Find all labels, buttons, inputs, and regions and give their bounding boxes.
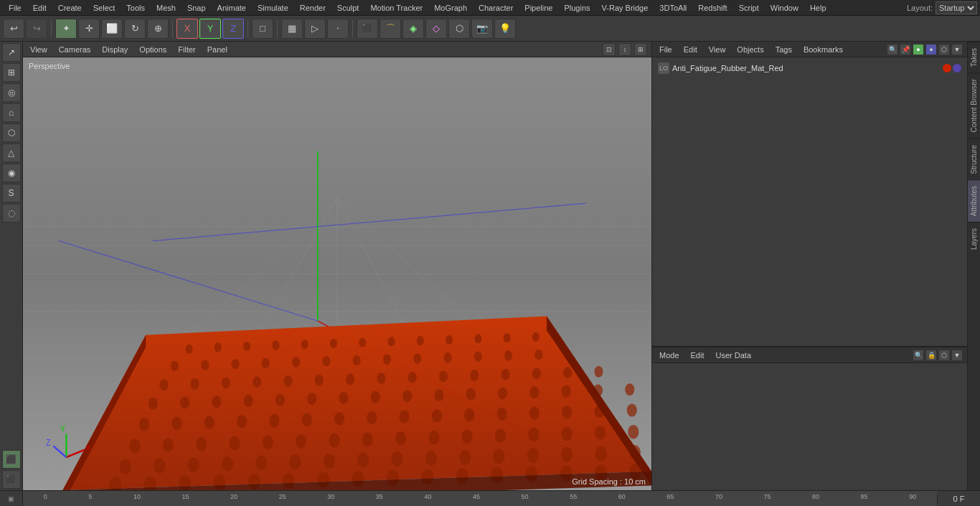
lt-btn-9[interactable]: ◌ <box>2 204 21 222</box>
nurbs-button[interactable]: ◈ <box>402 19 424 39</box>
render-project-button[interactable]: ⬝ <box>327 19 349 39</box>
vp-menu-options[interactable]: Options <box>136 44 169 55</box>
obj-expand-icon[interactable]: ⬡ <box>938 44 950 55</box>
menu-mograph[interactable]: MoGraph <box>428 2 473 14</box>
menu-snap[interactable]: Snap <box>182 2 212 14</box>
svg-point-84 <box>432 409 442 422</box>
menu-render[interactable]: Render <box>294 2 331 14</box>
obj-menu-file[interactable]: File <box>656 44 675 55</box>
vp-icon-1[interactable]: ⊡ <box>603 43 616 56</box>
lt-btn-2[interactable]: ⊞ <box>2 63 21 82</box>
scale-tool-button[interactable]: ⬜ <box>101 19 123 39</box>
menu-simulate[interactable]: Simulate <box>252 2 294 14</box>
attr-search-icon[interactable]: 🔍 <box>913 350 924 361</box>
object-mode-button[interactable]: □ <box>252 19 273 39</box>
layout-dropdown[interactable]: Startup <box>936 1 977 14</box>
field-button[interactable]: ⬡ <box>448 19 470 39</box>
lt-btn-8[interactable]: S <box>2 184 21 202</box>
obj-menu-objects[interactable]: Objects <box>734 44 766 55</box>
menu-animate[interactable]: Animate <box>212 2 252 14</box>
menu-edit[interactable]: Edit <box>27 2 52 14</box>
lt-btn-7[interactable]: ◉ <box>2 164 21 182</box>
svg-point-132 <box>421 469 433 485</box>
menu-help[interactable]: Help <box>804 2 832 14</box>
svg-point-81 <box>334 412 344 425</box>
menu-character[interactable]: Character <box>473 2 519 14</box>
vp-menu-panel[interactable]: Panel <box>204 44 230 55</box>
camera-button[interactable]: 📷 <box>471 19 493 39</box>
lt-btn-11[interactable]: ⬛ <box>2 470 21 489</box>
menu-script[interactable]: Script <box>733 2 765 14</box>
obj-search-icon[interactable]: 🔍 <box>887 44 898 55</box>
menu-file[interactable]: File <box>3 2 27 14</box>
attr-lock-icon[interactable]: 🔒 <box>925 350 937 361</box>
vp-menu-filter[interactable]: Filter <box>175 44 198 55</box>
vp-menu-cameras[interactable]: Cameras <box>56 44 94 55</box>
render-view-button[interactable]: ▷ <box>304 19 326 39</box>
undo-button[interactable]: ↩ <box>3 19 24 39</box>
svg-point-30 <box>532 332 540 342</box>
lt-btn-6[interactable]: △ <box>2 144 21 162</box>
vp-menu-view[interactable]: View <box>27 44 50 55</box>
svg-point-55 <box>501 369 510 380</box>
light-button[interactable]: 💡 <box>494 19 516 39</box>
lt-btn-3[interactable]: ◎ <box>2 83 21 102</box>
side-tab-layers[interactable]: Layers <box>968 222 980 256</box>
obj-pin-icon[interactable]: 📌 <box>900 44 911 55</box>
redo-button[interactable]: ↪ <box>26 19 47 39</box>
rotate-tool-button[interactable]: ↻ <box>124 19 146 39</box>
vp-icon-3[interactable]: ⊞ <box>634 43 647 56</box>
menu-pipeline[interactable]: Pipeline <box>519 2 558 14</box>
vp-menu-display[interactable]: Display <box>99 44 131 55</box>
lt-btn-4[interactable]: ⌂ <box>2 103 21 122</box>
obj-menu-view[interactable]: View <box>706 44 729 55</box>
svg-point-23 <box>330 339 337 348</box>
menu-plugins[interactable]: Plugins <box>558 2 595 14</box>
render-region-button[interactable]: ▦ <box>281 19 303 39</box>
obj-green-dot-1[interactable]: ● <box>913 44 924 55</box>
svg-point-124 <box>144 477 156 490</box>
move-tool-button[interactable]: ✛ <box>78 19 100 39</box>
lt-btn-10[interactable]: ⬛ <box>2 450 21 469</box>
z-axis-button[interactable]: Z <box>222 19 244 39</box>
side-tab-takes[interactable]: Takes <box>968 42 980 72</box>
attr-collapse-icon[interactable]: ▼ <box>951 350 963 361</box>
side-tab-content-browser[interactable]: Content Browser <box>968 72 980 138</box>
spline-button[interactable]: ⌒ <box>380 19 401 39</box>
timeline-ruler[interactable]: 0 5 10 15 20 25 30 35 40 45 50 55 60 65 … <box>23 491 937 507</box>
attr-menu-edit[interactable]: Edit <box>688 350 707 361</box>
menu-mesh[interactable]: Mesh <box>151 2 182 14</box>
menu-sculpt[interactable]: Sculpt <box>331 2 365 14</box>
menu-tools[interactable]: Tools <box>121 2 151 14</box>
menu-select[interactable]: Select <box>88 2 121 14</box>
obj-collapse-icon[interactable]: ▼ <box>951 44 963 55</box>
obj-menu-tags[interactable]: Tags <box>773 44 795 55</box>
viewport-canvas[interactable]: X Y Z Perspective Grid Spacing : 10 cm <box>23 57 651 490</box>
menu-motion-tracker[interactable]: Motion Tracker <box>364 2 428 14</box>
menu-redshift[interactable]: Redshift <box>692 2 732 14</box>
menu-create[interactable]: Create <box>52 2 88 14</box>
vp-icon-2[interactable]: ↕ <box>618 43 631 56</box>
x-axis-button[interactable]: X <box>176 19 198 39</box>
attr-menu-mode[interactable]: Mode <box>656 350 682 361</box>
obj-menu-bookmarks[interactable]: Bookmarks <box>801 44 846 55</box>
deformer-button[interactable]: ◇ <box>425 19 447 39</box>
attr-menu-userdata[interactable]: User Data <box>713 350 755 361</box>
menu-window[interactable]: Window <box>765 2 804 14</box>
viewport-icons: ⊡ ↕ ⊞ <box>603 43 647 56</box>
menu-vray[interactable]: V-Ray Bridge <box>596 2 654 14</box>
menu-3dtoall[interactable]: 3DToAll <box>654 2 692 14</box>
side-tab-structure[interactable]: Structure <box>968 139 980 180</box>
lt-btn-1[interactable]: ↗ <box>2 43 21 62</box>
side-tab-attributes[interactable]: Attributes <box>968 179 980 222</box>
y-axis-button[interactable]: Y <box>199 19 221 39</box>
cube-button[interactable]: ⬛ <box>357 19 378 39</box>
lt-btn-5[interactable]: ⬡ <box>2 123 21 142</box>
viewport[interactable]: View Cameras Display Options Filter Pane… <box>23 42 651 490</box>
obj-blue-dot-1[interactable]: ● <box>925 44 937 55</box>
object-row-1[interactable]: LO Anti_Fatigue_Rubber_Mat_Red <box>655 60 964 76</box>
attr-expand-icon[interactable]: ⬡ <box>938 350 950 361</box>
transform-tool-button[interactable]: ⊕ <box>147 19 169 39</box>
select-tool-button[interactable]: ✦ <box>55 19 77 39</box>
obj-menu-edit[interactable]: Edit <box>681 44 700 55</box>
